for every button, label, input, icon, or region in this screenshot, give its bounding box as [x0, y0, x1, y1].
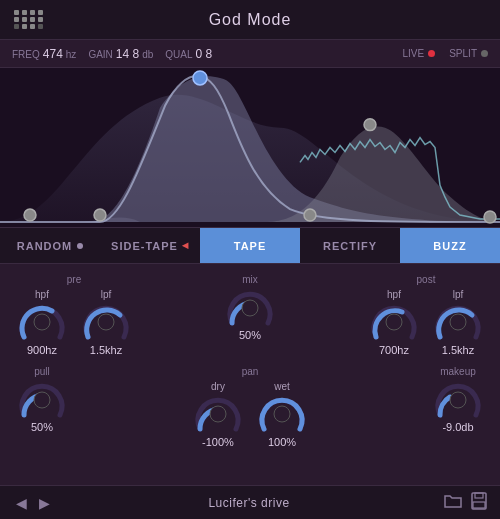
knob-row-2: pull 50% pan dry -100% — [16, 366, 484, 448]
svg-point-3 — [94, 209, 106, 221]
svg-point-11 — [34, 392, 50, 408]
side-tape-arrow: ◀ — [182, 241, 189, 250]
post-lpf-knob[interactable]: lpf 1.5khz — [432, 289, 484, 356]
post-lpf-arc — [432, 303, 484, 341]
header: God Mode — [0, 0, 500, 40]
pan-wet-knob[interactable]: wet 100% — [256, 381, 308, 448]
makeup-arc — [432, 381, 484, 419]
svg-point-0 — [24, 209, 36, 221]
post-sub-row: hpf 700hz lpf 1.5khz — [368, 289, 484, 356]
mode-tabs: RANDOM SIDE-TAPE ◀ TAPE RECTIFY BUZZ — [0, 228, 500, 264]
qual-param: QUAL 0 8 — [165, 47, 212, 61]
pan-dry-arc — [192, 395, 244, 433]
pull-group[interactable]: pull 50% — [16, 366, 68, 433]
tab-buzz[interactable]: BUZZ — [400, 228, 500, 263]
pan-dry-knob[interactable]: dry -100% — [192, 381, 244, 448]
post-group: post hpf 700hz lpf — [368, 274, 484, 356]
svg-point-8 — [242, 300, 258, 316]
svg-point-13 — [274, 406, 290, 422]
live-dot — [428, 50, 435, 57]
pre-lpf-arc — [80, 303, 132, 341]
random-dot — [77, 243, 83, 249]
live-indicator: LIVE — [403, 48, 436, 59]
next-button[interactable]: ▶ — [35, 493, 54, 513]
save-icon — [470, 492, 488, 510]
tab-tape[interactable]: TAPE — [200, 228, 300, 263]
split-indicator: SPLIT — [449, 48, 488, 59]
param-bar: FREQ 474 hz GAIN 14 8 db QUAL 0 8 LIVE S… — [0, 40, 500, 68]
tab-side-tape[interactable]: SIDE-TAPE ◀ — [100, 228, 200, 263]
svg-point-10 — [450, 314, 466, 330]
post-hpf-arc — [368, 303, 420, 341]
bottom-nav: ◀ ▶ — [12, 493, 54, 513]
save-button[interactable] — [470, 492, 488, 514]
pan-wet-arc — [256, 395, 308, 433]
prev-button[interactable]: ◀ — [12, 493, 31, 513]
tab-random[interactable]: RANDOM — [0, 228, 100, 263]
pre-lpf-knob[interactable]: lpf 1.5khz — [80, 289, 132, 356]
svg-point-5 — [484, 211, 496, 223]
folder-icon — [444, 493, 462, 509]
pre-hpf-arc — [16, 303, 68, 341]
param-bar-right: LIVE SPLIT — [403, 48, 488, 59]
pre-hpf-knob[interactable]: hpf 900hz — [16, 289, 68, 356]
visualizer-svg — [0, 68, 500, 227]
svg-rect-15 — [472, 493, 486, 509]
makeup-group[interactable]: makeup -9.0db — [432, 366, 484, 433]
svg-point-6 — [34, 314, 50, 330]
pre-group: pre hpf 900hz lpf — [16, 274, 132, 356]
freq-param: FREQ 474 hz — [12, 47, 76, 61]
svg-point-2 — [364, 119, 376, 131]
pull-arc — [16, 381, 68, 419]
folder-button[interactable] — [444, 493, 462, 513]
svg-rect-17 — [473, 502, 485, 508]
bottom-bar: ◀ ▶ Lucifer's drive — [0, 485, 500, 519]
pre-sub-row: hpf 900hz lpf 1.5khz — [16, 289, 132, 356]
controls: pre hpf 900hz lpf — [0, 264, 500, 456]
gain-param: GAIN 14 8 db — [88, 47, 153, 61]
svg-point-12 — [210, 406, 226, 422]
visualizer[interactable] — [0, 68, 500, 228]
mix-group[interactable]: mix 50% — [224, 274, 276, 341]
tab-rectify[interactable]: RECTIFY — [300, 228, 400, 263]
bottom-icons — [444, 492, 488, 514]
logo-grid — [14, 10, 44, 29]
svg-point-1 — [193, 71, 207, 85]
post-hpf-knob[interactable]: hpf 700hz — [368, 289, 420, 356]
plugin-title: God Mode — [209, 11, 292, 29]
pan-group: pan dry -100% wet — [192, 366, 308, 448]
svg-point-9 — [386, 314, 402, 330]
pan-sub-row: dry -100% wet 100% — [192, 381, 308, 448]
mix-arc — [224, 289, 276, 327]
svg-point-14 — [450, 392, 466, 408]
svg-point-4 — [304, 209, 316, 221]
svg-point-7 — [98, 314, 114, 330]
knob-row-1: pre hpf 900hz lpf — [16, 274, 484, 356]
split-dot — [481, 50, 488, 57]
preset-title: Lucifer's drive — [208, 496, 289, 510]
